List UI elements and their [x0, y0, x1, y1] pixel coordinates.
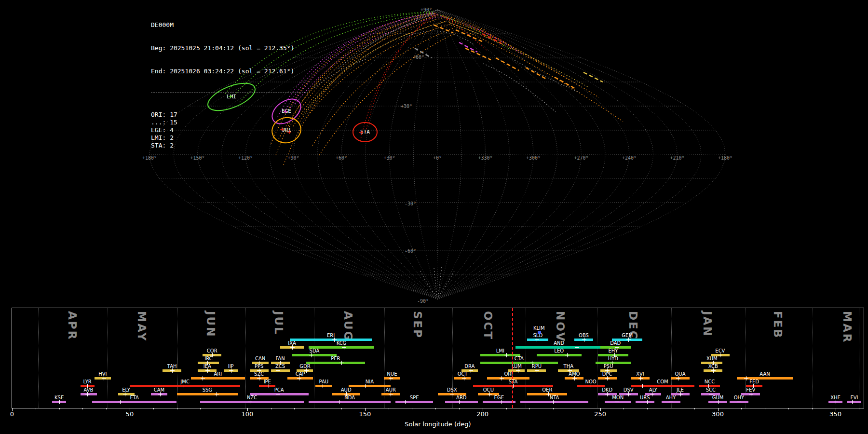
peak-marker	[718, 353, 722, 357]
peak-marker	[337, 400, 341, 404]
shower-count: STA: 2	[151, 142, 308, 149]
shower-bar	[537, 354, 582, 356]
begin-time: Beg: 20251025 21:04:12 (sol = 212.35°)	[151, 44, 308, 52]
axis-minor-tick	[389, 408, 389, 409]
axis-tick-label: 200	[476, 410, 488, 418]
month-separator	[245, 308, 246, 408]
peak-marker	[504, 353, 509, 357]
axis-minor-tick	[59, 408, 60, 409]
shower-label: ARI	[214, 372, 222, 377]
peak-marker	[640, 384, 645, 388]
shower-bar	[292, 354, 337, 356]
peak-marker	[363, 384, 367, 388]
shower-label: COM	[657, 380, 668, 384]
map-lon-label: +180°	[718, 155, 732, 161]
shower-label: LEO	[554, 349, 564, 353]
shower-bar	[92, 401, 177, 403]
peak-marker	[500, 400, 504, 404]
axis-minor-tick	[506, 408, 507, 409]
month-label: SEP	[412, 311, 423, 339]
axis-minor-tick	[788, 408, 789, 409]
peak-marker	[309, 353, 313, 357]
peak-marker	[678, 392, 683, 396]
peak-marker	[389, 392, 393, 396]
map-lat-label: +90°	[420, 7, 432, 13]
peak-marker	[737, 400, 741, 404]
map-lon-label: +30°	[383, 155, 395, 161]
meteor-trail	[286, 15, 440, 132]
axis-minor-tick	[577, 408, 577, 409]
map-lon-label: +330°	[478, 155, 492, 161]
shower-count: ORI: 17	[151, 111, 308, 119]
axis-tick-label: 50	[126, 410, 134, 418]
peak-marker	[201, 376, 205, 380]
peak-marker	[582, 338, 586, 342]
month-label: OCT	[482, 311, 493, 340]
peak-marker	[290, 345, 295, 350]
axis-minor-tick	[271, 408, 271, 409]
shower-bar	[395, 401, 433, 403]
month-label: JUL	[273, 311, 284, 336]
peak-marker	[403, 400, 407, 404]
axis-tick-label: 350	[829, 410, 841, 418]
axis-minor-tick	[294, 408, 295, 409]
peak-marker	[516, 368, 520, 373]
axis-minor-tick	[647, 408, 648, 409]
month-separator	[526, 308, 526, 408]
axis-minor-tick	[153, 408, 154, 409]
meteor-trail	[314, 59, 367, 88]
peak-marker	[565, 353, 570, 357]
axis-minor-tick	[435, 408, 436, 409]
peak-marker	[457, 400, 461, 404]
axis-minor-tick	[341, 408, 342, 409]
shower-label: NDA	[344, 395, 355, 400]
shower-bar	[290, 339, 372, 341]
month-label: JAN	[702, 311, 713, 338]
activity-timeline: Solar longitude (deg) APRMAYJUNJULAUGSEP…	[12, 308, 864, 408]
peak-marker	[267, 384, 271, 388]
peak-marker	[711, 368, 716, 373]
axis-tick-label: 150	[359, 410, 371, 418]
observation-info: DE000M Beg: 20251025 21:04:12 (sol = 212…	[151, 6, 308, 165]
peak-marker	[257, 376, 261, 380]
month-separator	[813, 308, 813, 408]
shower-bar	[349, 385, 391, 387]
peak-marker	[669, 400, 673, 404]
meteor-streak	[555, 77, 576, 89]
map-lat-label: -90°	[417, 298, 429, 304]
current-sol-line	[512, 308, 513, 408]
map-gridline	[437, 10, 605, 299]
peak-marker	[749, 392, 753, 396]
peak-marker	[850, 400, 854, 404]
peak-marker	[339, 361, 344, 365]
shower-bar	[191, 377, 245, 380]
peak-marker	[676, 376, 680, 380]
peak-marker	[638, 376, 643, 380]
axis-tick-label: 250	[594, 410, 606, 418]
axis-tick-label: 100	[241, 410, 253, 418]
axis-minor-tick	[624, 408, 624, 409]
peak-marker	[650, 392, 654, 396]
map-lon-label: +0°	[433, 155, 442, 161]
point-marker	[538, 331, 541, 334]
peak-marker	[321, 384, 325, 388]
sky-map: LMIEGEORISTA+180°+150°+120°+90°+60°+30°+…	[0, 0, 868, 309]
map-lat-label: -30°	[405, 201, 416, 206]
peak-marker	[85, 392, 90, 396]
shower-bar	[177, 393, 238, 395]
axis-minor-tick	[106, 408, 107, 409]
peak-marker	[535, 338, 539, 342]
shower-bar	[306, 362, 365, 364]
meteor-trail	[444, 17, 541, 64]
peak-marker	[615, 400, 619, 404]
map-lon-label: +210°	[670, 155, 684, 161]
peak-marker	[276, 392, 280, 396]
axis-minor-tick	[859, 408, 859, 409]
peak-marker	[248, 400, 252, 404]
axis-minor-tick	[694, 408, 695, 409]
axis-minor-tick	[741, 408, 742, 409]
meteor-trail	[290, 14, 438, 108]
peak-marker	[716, 400, 720, 404]
map-lon-label: +270°	[574, 155, 588, 161]
meteor-trail	[434, 268, 437, 296]
